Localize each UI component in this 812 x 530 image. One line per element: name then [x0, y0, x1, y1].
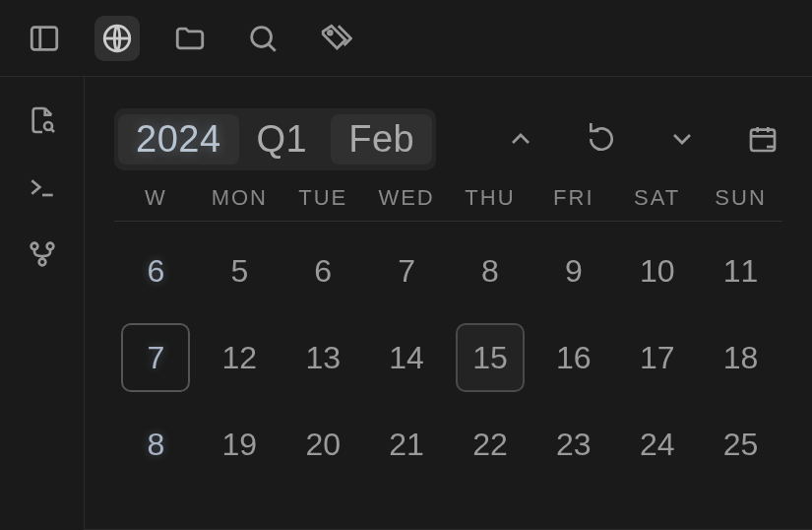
sidebar-icon — [28, 22, 61, 55]
period-selector: 2024 Q1 Feb — [114, 108, 436, 170]
dow-label: MON — [198, 185, 281, 211]
folder-icon — [173, 22, 207, 55]
terminal-icon — [27, 171, 58, 203]
day-cell[interactable]: 24 — [623, 410, 692, 479]
fork-icon — [27, 238, 58, 270]
dow-label: TUE — [281, 185, 365, 211]
svg-point-10 — [46, 243, 53, 250]
year-pill[interactable]: 2024 — [118, 114, 239, 165]
day-cell[interactable]: 11 — [707, 236, 776, 305]
top-toolbar — [0, 0, 812, 77]
globe-button[interactable] — [94, 16, 140, 61]
day-cell[interactable]: 22 — [456, 410, 525, 479]
svg-point-5 — [328, 31, 332, 34]
tag-button[interactable] — [313, 16, 358, 61]
svg-point-9 — [31, 243, 37, 250]
day-cell[interactable]: 9 — [539, 236, 608, 305]
day-cell[interactable]: 16 — [539, 323, 608, 392]
calendar-settings-button[interactable] — [743, 119, 782, 159]
week-number: 8 — [121, 410, 190, 479]
prev-button[interactable] — [501, 119, 540, 159]
left-rail — [0, 77, 84, 530]
day-cell[interactable]: 19 — [205, 410, 274, 479]
svg-point-11 — [38, 259, 45, 266]
chevron-up-icon — [505, 123, 536, 155]
search-button[interactable] — [240, 16, 285, 61]
month-pill[interactable]: Feb — [331, 114, 432, 165]
calendar-header: 2024 Q1 Feb — [114, 100, 782, 177]
dow-label: SUN — [699, 185, 782, 211]
day-cell[interactable]: 14 — [372, 323, 441, 392]
calendar-panel: 2024 Q1 Feb W MON TUE WED THU FRI SAT — [84, 77, 812, 530]
chevron-down-icon — [666, 123, 698, 155]
day-cell[interactable]: 18 — [707, 323, 776, 392]
svg-rect-0 — [31, 27, 57, 49]
calendar-icon — [747, 123, 779, 155]
svg-line-7 — [51, 129, 54, 132]
day-cell[interactable]: 20 — [288, 410, 357, 479]
day-cell[interactable]: 17 — [623, 323, 692, 392]
tag-icon — [319, 22, 352, 55]
calendar-grid: 6567891011712131415161718819202122232425 — [114, 222, 782, 488]
sidebar-toggle-button[interactable] — [22, 16, 67, 61]
terminal-button[interactable] — [21, 166, 64, 209]
next-button[interactable] — [662, 119, 702, 159]
day-cell[interactable]: 21 — [372, 410, 441, 479]
fork-button[interactable] — [21, 232, 64, 276]
svg-point-3 — [252, 27, 272, 46]
day-cell[interactable]: 7 — [372, 236, 441, 305]
day-cell[interactable]: 8 — [456, 236, 525, 305]
dow-label: THU — [449, 185, 532, 211]
refresh-icon — [586, 123, 617, 155]
day-cell[interactable]: 23 — [539, 410, 608, 479]
day-cell[interactable]: 12 — [205, 323, 274, 392]
svg-point-6 — [44, 122, 52, 130]
day-cell[interactable]: 5 — [205, 236, 274, 305]
calendar-dow-header: W MON TUE WED THU FRI SAT SUN — [114, 185, 782, 222]
week-col-label: W — [114, 185, 198, 211]
day-cell[interactable]: 6 — [288, 236, 357, 305]
dow-label: WED — [365, 185, 449, 211]
day-cell[interactable]: 13 — [288, 323, 357, 392]
globe-icon — [100, 22, 134, 55]
quarter-pill[interactable]: Q1 — [239, 114, 326, 165]
day-cell[interactable]: 15 — [456, 323, 525, 392]
file-search-button[interactable] — [21, 99, 64, 142]
file-search-icon — [27, 104, 58, 136]
dow-label: SAT — [615, 185, 699, 211]
folder-button[interactable] — [167, 16, 213, 61]
today-button[interactable] — [582, 119, 621, 159]
search-icon — [246, 22, 280, 55]
day-cell[interactable]: 25 — [707, 410, 776, 479]
week-number: 7 — [121, 323, 190, 392]
day-cell[interactable]: 10 — [623, 236, 692, 305]
dow-label: FRI — [531, 185, 615, 211]
calendar-nav-actions — [501, 119, 782, 159]
week-number: 6 — [121, 236, 190, 305]
svg-line-4 — [269, 43, 276, 50]
